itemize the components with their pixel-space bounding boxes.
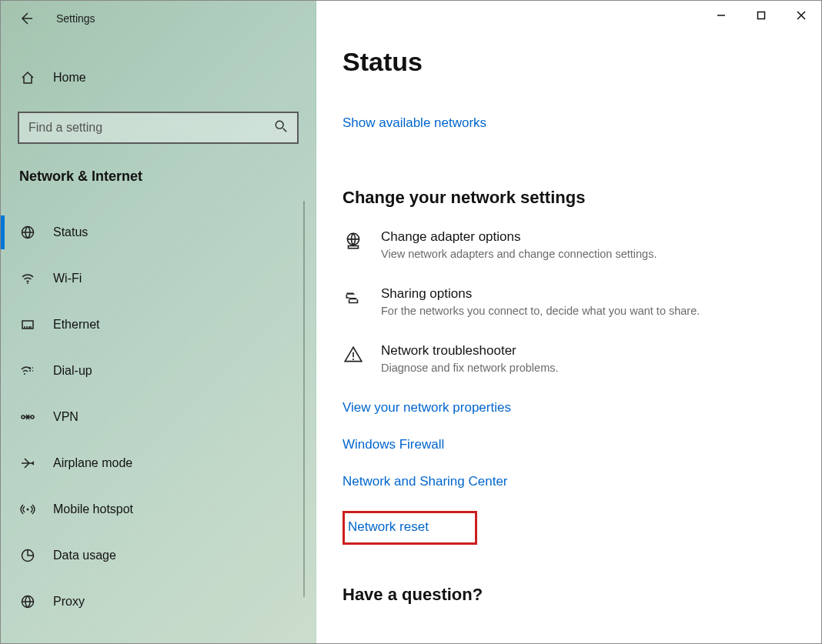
row-title: Network troubleshooter (381, 343, 559, 359)
window-close-button[interactable] (781, 1, 821, 30)
settings-sidebar: Settings Home Network & Internet Status (1, 1, 316, 643)
vpn-icon (19, 409, 36, 425)
search-input[interactable] (28, 121, 266, 135)
sidebar-item-datausage[interactable]: Data usage (1, 532, 316, 579)
row-adapter-options[interactable]: Change adapter options View network adap… (342, 229, 821, 260)
links-stack: View your network properties Windows Fir… (342, 400, 821, 545)
sidebar-item-label: Airplane mode (53, 456, 132, 470)
airplane-icon (19, 455, 36, 471)
sidebar-item-proxy[interactable]: Proxy (1, 579, 316, 625)
sidebar-item-label: Wi-Fi (53, 272, 82, 285)
window-minimize-button[interactable] (701, 1, 741, 30)
svg-point-7 (27, 509, 29, 511)
sidebar-item-hotspot[interactable]: Mobile hotspot (1, 486, 316, 532)
adapter-icon (342, 231, 364, 251)
sidebar-item-ethernet[interactable]: Ethernet (1, 302, 316, 348)
sidebar-item-label: Mobile hotspot (53, 502, 133, 516)
footer-heading: Have a question? (342, 585, 821, 605)
titlebar-left: Settings (1, 1, 316, 36)
ethernet-icon (19, 317, 36, 332)
sidebar-scrollbar[interactable] (303, 201, 305, 597)
page-title: Status (342, 47, 821, 77)
home-icon (19, 70, 36, 85)
sidebar-item-label: Data usage (53, 549, 116, 562)
sharing-icon (342, 288, 364, 308)
window-controls (701, 1, 821, 30)
row-sharing-options[interactable]: Sharing options For the networks you con… (342, 286, 821, 317)
link-show-networks[interactable]: Show available networks (342, 115, 486, 131)
sidebar-home[interactable]: Home (1, 55, 316, 101)
svg-point-5 (22, 415, 25, 419)
svg-rect-12 (349, 246, 359, 249)
sidebar-nav: Status Wi-Fi Ethernet Dial-up (1, 209, 316, 625)
back-button[interactable] (18, 10, 35, 27)
highlight-network-reset: Network reset (342, 511, 477, 545)
svg-point-0 (276, 121, 283, 128)
wifi-icon (19, 271, 36, 286)
row-title: Change adapter options (381, 229, 657, 245)
sidebar-item-status[interactable]: Status (1, 209, 316, 255)
sidebar-item-label: Dial-up (53, 364, 92, 378)
sidebar-search[interactable] (18, 112, 299, 144)
warning-icon (342, 345, 364, 365)
search-icon (274, 119, 288, 136)
sidebar-item-wifi[interactable]: Wi-Fi (1, 255, 316, 302)
hotspot-icon (19, 502, 36, 517)
sidebar-item-airplane[interactable]: Airplane mode (1, 440, 316, 486)
row-title: Sharing options (381, 286, 700, 302)
main-content: Status Show available networks Change yo… (316, 1, 821, 643)
sidebar-item-label: VPN (53, 410, 79, 424)
row-desc: View network adapters and change connect… (381, 248, 657, 260)
sidebar-item-dialup[interactable]: Dial-up (1, 348, 316, 394)
link-network-properties[interactable]: View your network properties (342, 400, 821, 415)
svg-point-6 (31, 415, 34, 419)
svg-point-2 (27, 282, 28, 284)
row-desc: Diagnose and fix network problems. (381, 362, 559, 374)
sidebar-item-label: Status (53, 225, 88, 239)
link-windows-firewall[interactable]: Windows Firewall (342, 437, 821, 452)
svg-point-4 (24, 373, 25, 375)
row-troubleshooter[interactable]: Network troubleshooter Diagnose and fix … (342, 343, 821, 374)
svg-point-13 (353, 359, 354, 360)
svg-rect-3 (22, 321, 33, 329)
app-title: Settings (56, 12, 95, 25)
window-maximize-button[interactable] (741, 1, 781, 30)
sidebar-item-vpn[interactable]: VPN (1, 394, 316, 440)
svg-rect-10 (758, 12, 765, 19)
row-desc: For the networks you connect to, decide … (381, 305, 700, 317)
sidebar-home-label: Home (53, 71, 86, 85)
dialup-icon (19, 363, 36, 379)
sidebar-item-label: Ethernet (53, 318, 99, 332)
globe-icon (19, 225, 36, 240)
sidebar-item-label: Proxy (53, 595, 85, 609)
link-sharing-center[interactable]: Network and Sharing Center (342, 474, 821, 489)
proxy-icon (19, 594, 36, 609)
sidebar-section-label: Network & Internet (1, 158, 316, 200)
link-network-reset[interactable]: Network reset (345, 519, 429, 535)
datausage-icon (19, 548, 36, 563)
section-heading-change: Change your network settings (342, 188, 821, 208)
